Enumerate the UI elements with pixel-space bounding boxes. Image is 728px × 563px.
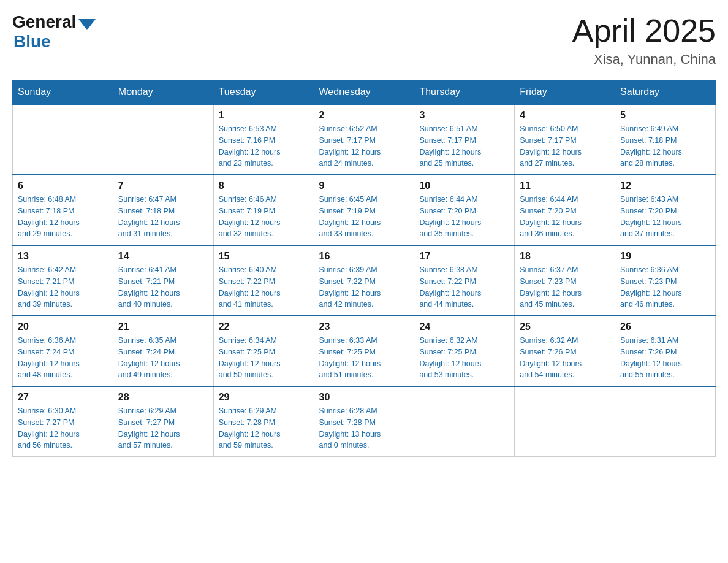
day-info: Sunrise: 6:36 AMSunset: 7:23 PMDaylight:…: [620, 264, 710, 310]
day-info: Sunrise: 6:44 AMSunset: 7:20 PMDaylight:…: [520, 194, 610, 240]
table-row: 2Sunrise: 6:52 AMSunset: 7:17 PMDaylight…: [314, 104, 414, 175]
day-number: 14: [118, 251, 208, 262]
table-row: 1Sunrise: 6:53 AMSunset: 7:16 PMDaylight…: [213, 104, 314, 175]
day-number: 28: [118, 392, 208, 403]
logo-arrow-icon: [78, 19, 96, 30]
table-row: [13, 104, 113, 175]
day-number: 12: [620, 180, 710, 191]
day-number: 10: [419, 180, 509, 191]
day-info: Sunrise: 6:33 AMSunset: 7:25 PMDaylight:…: [319, 335, 409, 381]
day-info: Sunrise: 6:31 AMSunset: 7:26 PMDaylight:…: [620, 335, 710, 381]
day-number: 1: [219, 110, 309, 121]
day-number: 9: [319, 180, 409, 191]
day-info: Sunrise: 6:30 AMSunset: 7:27 PMDaylight:…: [18, 405, 108, 451]
day-info: Sunrise: 6:38 AMSunset: 7:22 PMDaylight:…: [419, 264, 509, 310]
day-info: Sunrise: 6:49 AMSunset: 7:18 PMDaylight:…: [620, 123, 710, 169]
day-number: 4: [520, 110, 610, 121]
day-number: 2: [319, 110, 409, 121]
day-info: Sunrise: 6:28 AMSunset: 7:28 PMDaylight:…: [319, 405, 409, 451]
calendar-week-row: 1Sunrise: 6:53 AMSunset: 7:16 PMDaylight…: [13, 104, 716, 175]
header-friday: Friday: [515, 80, 615, 105]
calendar-week-row: 6Sunrise: 6:48 AMSunset: 7:18 PMDaylight…: [13, 175, 716, 245]
day-info: Sunrise: 6:29 AMSunset: 7:27 PMDaylight:…: [118, 405, 208, 451]
table-row: [615, 386, 716, 457]
day-info: Sunrise: 6:35 AMSunset: 7:24 PMDaylight:…: [118, 335, 208, 381]
day-number: 22: [219, 321, 309, 332]
table-row: 13Sunrise: 6:42 AMSunset: 7:21 PMDayligh…: [13, 245, 113, 316]
day-info: Sunrise: 6:50 AMSunset: 7:17 PMDaylight:…: [520, 123, 610, 169]
day-number: 13: [18, 251, 108, 262]
table-row: 27Sunrise: 6:30 AMSunset: 7:27 PMDayligh…: [13, 386, 113, 457]
table-row: 23Sunrise: 6:33 AMSunset: 7:25 PMDayligh…: [314, 316, 414, 386]
day-info: Sunrise: 6:51 AMSunset: 7:17 PMDaylight:…: [419, 123, 509, 169]
day-number: 17: [419, 251, 509, 262]
logo: General Blue: [12, 12, 96, 52]
day-number: 16: [319, 251, 409, 262]
logo-general-text: General: [12, 12, 76, 32]
calendar-week-row: 13Sunrise: 6:42 AMSunset: 7:21 PMDayligh…: [13, 245, 716, 316]
table-row: [515, 386, 615, 457]
table-row: 29Sunrise: 6:29 AMSunset: 7:28 PMDayligh…: [213, 386, 314, 457]
table-row: 8Sunrise: 6:46 AMSunset: 7:19 PMDaylight…: [213, 175, 314, 245]
table-row: 12Sunrise: 6:43 AMSunset: 7:20 PMDayligh…: [615, 175, 716, 245]
calendar-table: Sunday Monday Tuesday Wednesday Thursday…: [12, 80, 716, 457]
table-row: 6Sunrise: 6:48 AMSunset: 7:18 PMDaylight…: [13, 175, 113, 245]
day-number: 11: [520, 180, 610, 191]
table-row: 10Sunrise: 6:44 AMSunset: 7:20 PMDayligh…: [414, 175, 515, 245]
header-wednesday: Wednesday: [314, 80, 414, 105]
day-number: 7: [118, 180, 208, 191]
day-number: 20: [18, 321, 108, 332]
day-info: Sunrise: 6:43 AMSunset: 7:20 PMDaylight:…: [620, 194, 710, 240]
day-number: 6: [18, 180, 108, 191]
day-info: Sunrise: 6:46 AMSunset: 7:19 PMDaylight:…: [219, 194, 309, 240]
day-info: Sunrise: 6:44 AMSunset: 7:20 PMDaylight:…: [419, 194, 509, 240]
day-info: Sunrise: 6:41 AMSunset: 7:21 PMDaylight:…: [118, 264, 208, 310]
day-info: Sunrise: 6:52 AMSunset: 7:17 PMDaylight:…: [319, 123, 409, 169]
calendar-week-row: 20Sunrise: 6:36 AMSunset: 7:24 PMDayligh…: [13, 316, 716, 386]
table-row: 19Sunrise: 6:36 AMSunset: 7:23 PMDayligh…: [615, 245, 716, 316]
day-number: 29: [219, 392, 309, 403]
page-subtitle: Xisa, Yunnan, China: [572, 52, 716, 67]
day-info: Sunrise: 6:53 AMSunset: 7:16 PMDaylight:…: [219, 123, 309, 169]
day-info: Sunrise: 6:32 AMSunset: 7:25 PMDaylight:…: [419, 335, 509, 381]
table-row: 14Sunrise: 6:41 AMSunset: 7:21 PMDayligh…: [113, 245, 213, 316]
table-row: [414, 386, 515, 457]
table-row: 26Sunrise: 6:31 AMSunset: 7:26 PMDayligh…: [615, 316, 716, 386]
table-row: 3Sunrise: 6:51 AMSunset: 7:17 PMDaylight…: [414, 104, 515, 175]
table-row: 16Sunrise: 6:39 AMSunset: 7:22 PMDayligh…: [314, 245, 414, 316]
header-sunday: Sunday: [13, 80, 113, 105]
table-row: 4Sunrise: 6:50 AMSunset: 7:17 PMDaylight…: [515, 104, 615, 175]
table-row: 21Sunrise: 6:35 AMSunset: 7:24 PMDayligh…: [113, 316, 213, 386]
day-number: 27: [18, 392, 108, 403]
table-row: [113, 104, 213, 175]
table-row: 30Sunrise: 6:28 AMSunset: 7:28 PMDayligh…: [314, 386, 414, 457]
day-number: 18: [520, 251, 610, 262]
header-saturday: Saturday: [615, 80, 716, 105]
page-title: April 2025: [572, 12, 716, 49]
table-row: 22Sunrise: 6:34 AMSunset: 7:25 PMDayligh…: [213, 316, 314, 386]
day-number: 5: [620, 110, 710, 121]
table-row: 11Sunrise: 6:44 AMSunset: 7:20 PMDayligh…: [515, 175, 615, 245]
page-header: General Blue April 2025 Xisa, Yunnan, Ch…: [12, 12, 716, 67]
day-info: Sunrise: 6:37 AMSunset: 7:23 PMDaylight:…: [520, 264, 610, 310]
day-number: 15: [219, 251, 309, 262]
day-number: 30: [319, 392, 409, 403]
day-number: 25: [520, 321, 610, 332]
table-row: 18Sunrise: 6:37 AMSunset: 7:23 PMDayligh…: [515, 245, 615, 316]
day-info: Sunrise: 6:36 AMSunset: 7:24 PMDaylight:…: [18, 335, 108, 381]
day-info: Sunrise: 6:39 AMSunset: 7:22 PMDaylight:…: [319, 264, 409, 310]
calendar-week-row: 27Sunrise: 6:30 AMSunset: 7:27 PMDayligh…: [13, 386, 716, 457]
table-row: 7Sunrise: 6:47 AMSunset: 7:18 PMDaylight…: [113, 175, 213, 245]
day-info: Sunrise: 6:32 AMSunset: 7:26 PMDaylight:…: [520, 335, 610, 381]
day-number: 26: [620, 321, 710, 332]
day-number: 19: [620, 251, 710, 262]
table-row: 15Sunrise: 6:40 AMSunset: 7:22 PMDayligh…: [213, 245, 314, 316]
header-tuesday: Tuesday: [213, 80, 314, 105]
day-number: 8: [219, 180, 309, 191]
day-number: 21: [118, 321, 208, 332]
header-monday: Monday: [113, 80, 213, 105]
day-info: Sunrise: 6:42 AMSunset: 7:21 PMDaylight:…: [18, 264, 108, 310]
table-row: 17Sunrise: 6:38 AMSunset: 7:22 PMDayligh…: [414, 245, 515, 316]
logo-blue-text: Blue: [13, 32, 51, 52]
day-number: 24: [419, 321, 509, 332]
